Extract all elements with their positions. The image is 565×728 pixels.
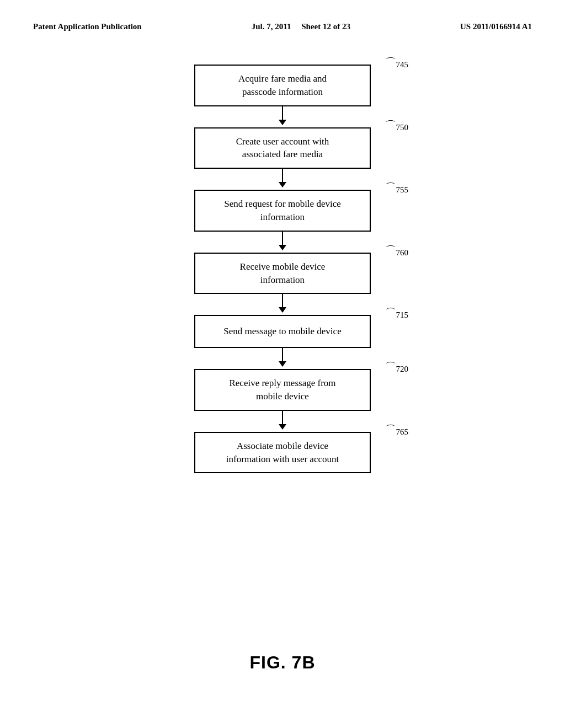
arrow-head-2 bbox=[279, 182, 286, 188]
flow-item-745: Acquire fare media and passcode informat… bbox=[194, 65, 371, 106]
arrow-head-6 bbox=[279, 424, 286, 430]
flow-text-720-line2: mobile device bbox=[256, 391, 309, 402]
flow-item-765: Associate mobile device information with… bbox=[194, 432, 371, 474]
arrow-3 bbox=[279, 232, 286, 253]
arrow-line-6 bbox=[282, 411, 283, 424]
flow-box-720: Receive reply message from mobile device… bbox=[194, 369, 371, 411]
figure-caption: FIG. 7B bbox=[0, 652, 565, 673]
publication-date: Jul. 7, 2011 bbox=[252, 22, 291, 31]
page-header: Patent Application Publication Jul. 7, 2… bbox=[0, 0, 565, 31]
flow-box-760: Receive mobile device information ⌒760 bbox=[194, 253, 371, 295]
sheet-info: Sheet 12 of 23 bbox=[301, 22, 350, 31]
flow-box-745: Acquire fare media and passcode informat… bbox=[194, 65, 371, 106]
flow-text-755-line1: Send request for mobile device bbox=[224, 199, 341, 209]
arrow-1 bbox=[279, 106, 286, 127]
flow-text-720-line1: Receive reply message from bbox=[229, 378, 335, 388]
flow-text-715-line1: Send message to mobile device bbox=[223, 326, 341, 336]
arrow-2 bbox=[279, 169, 286, 190]
flow-text-760-line2: information bbox=[260, 275, 305, 285]
flow-box-715: Send message to mobile device ⌒715 bbox=[194, 315, 371, 348]
flow-text-755-line2: information bbox=[260, 212, 305, 222]
flow-label-760: ⌒760 bbox=[385, 244, 409, 259]
flow-text-745-line2: passcode information bbox=[242, 87, 323, 97]
flow-text-765-line1: Associate mobile device bbox=[237, 441, 328, 451]
flowchart-diagram: Acquire fare media and passcode informat… bbox=[0, 65, 565, 473]
flow-text-750-line2: associated fare media bbox=[242, 149, 323, 159]
flow-label-720: ⌒720 bbox=[385, 360, 409, 376]
arrow-line-4 bbox=[282, 294, 283, 307]
flow-item-715: Send message to mobile device ⌒715 bbox=[194, 315, 371, 348]
flow-item-750: Create user account with associated fare… bbox=[194, 127, 371, 169]
flow-item-720: Receive reply message from mobile device… bbox=[194, 369, 371, 411]
header-center: Jul. 7, 2011 Sheet 12 of 23 bbox=[252, 22, 350, 31]
flow-box-765: Associate mobile device information with… bbox=[194, 432, 371, 474]
flow-text-760-line1: Receive mobile device bbox=[240, 261, 326, 272]
arrow-4 bbox=[279, 294, 286, 315]
arrow-head-1 bbox=[279, 120, 286, 125]
arrow-line-2 bbox=[282, 169, 283, 182]
flow-label-715: ⌒715 bbox=[385, 306, 409, 322]
flow-item-755: Send request for mobile device informati… bbox=[194, 190, 371, 232]
flow-text-765-line2: information with user account bbox=[226, 454, 339, 464]
arrow-line-5 bbox=[282, 348, 283, 361]
arrow-head-5 bbox=[279, 361, 286, 367]
flow-label-765: ⌒765 bbox=[385, 423, 409, 438]
arrow-5 bbox=[279, 348, 286, 369]
arrow-head-4 bbox=[279, 307, 286, 313]
arrow-line-3 bbox=[282, 232, 283, 245]
flow-label-750: ⌒750 bbox=[385, 119, 409, 134]
flow-label-745: ⌒745 bbox=[385, 56, 409, 71]
arrow-6 bbox=[279, 411, 286, 432]
arrow-line-1 bbox=[282, 106, 283, 120]
flow-label-755: ⌒755 bbox=[385, 181, 409, 196]
patent-number: US 2011/0166914 A1 bbox=[460, 22, 532, 31]
arrow-head-3 bbox=[279, 245, 286, 250]
flow-box-755: Send request for mobile device informati… bbox=[194, 190, 371, 232]
flow-text-745-line1: Acquire fare media and bbox=[238, 73, 327, 84]
publication-label: Patent Application Publication bbox=[33, 22, 142, 31]
flow-text-750-line1: Create user account with bbox=[236, 136, 329, 147]
flow-box-750: Create user account with associated fare… bbox=[194, 127, 371, 169]
flow-item-760: Receive mobile device information ⌒760 bbox=[194, 253, 371, 295]
